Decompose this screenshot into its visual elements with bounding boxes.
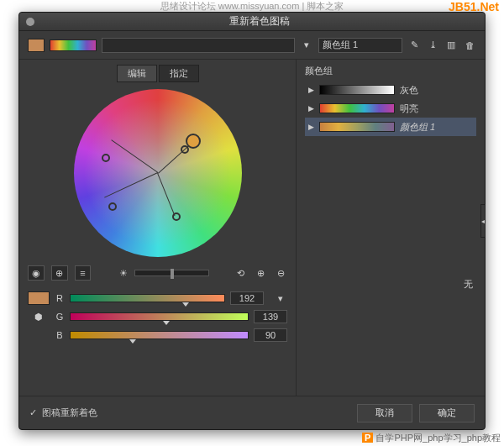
brightness-icon: ☀ xyxy=(119,268,128,279)
dialog-body: 编辑 指定 ◉ ⊕ ≡ ☀ xyxy=(19,60,485,396)
color-group-bar xyxy=(319,103,395,113)
color-groups-header: 颜色组 xyxy=(305,65,476,77)
b-value-input[interactable] xyxy=(254,328,287,342)
remove-color-icon[interactable]: ⊖ xyxy=(274,266,287,280)
wheel-controls: ◉ ⊕ ≡ ☀ ⟲ ⊕ ⊖ xyxy=(28,265,287,281)
save-group-icon[interactable]: ⤓ xyxy=(426,39,439,52)
none-label: 无 xyxy=(464,278,473,291)
color-group-item[interactable]: ▶ 颜色组 1 xyxy=(305,118,476,136)
expand-icon: ▶ xyxy=(308,104,314,113)
ok-button[interactable]: 确定 xyxy=(419,404,475,422)
b-slider[interactable] xyxy=(70,331,249,339)
folder-icon[interactable]: ▥ xyxy=(444,39,458,52)
segmented-wheel-button[interactable]: ⊕ xyxy=(51,265,68,281)
recolor-artwork-checkbox[interactable]: ✓ 图稿重新着色 xyxy=(29,407,97,419)
color-handle[interactable] xyxy=(102,154,110,162)
color-group-label: 明亮 xyxy=(400,102,418,115)
rgb-row-g: ⬢ G xyxy=(28,307,287,326)
color-group-label: 灰色 xyxy=(400,84,418,97)
r-value-input[interactable] xyxy=(230,291,264,305)
link-harmony-icon[interactable]: ⟲ xyxy=(234,266,248,280)
color-group-item[interactable]: ▶ 明亮 xyxy=(305,99,476,118)
color-handle[interactable] xyxy=(181,145,189,154)
watermark-jb51: JB51.Net xyxy=(449,0,499,13)
tab-assign[interactable]: 指定 xyxy=(159,65,199,82)
smooth-wheel-button[interactable]: ◉ xyxy=(28,265,45,281)
watermark-bottom: P自学PHP网_php学习_php教程 xyxy=(362,432,501,444)
dialog-footer: ✓ 图稿重新着色 取消 确定 xyxy=(19,396,485,429)
dialog-titlebar: 重新着色图稿 xyxy=(19,13,485,31)
expand-icon: ▶ xyxy=(308,123,314,131)
rgb-row-r: R ▾ xyxy=(28,289,287,307)
g-label: G xyxy=(55,312,65,322)
r-slider[interactable] xyxy=(70,294,225,302)
left-panel: 编辑 指定 ◉ ⊕ ≡ ☀ xyxy=(19,60,297,396)
rgb-sliders: R ▾ ⬢ G B xyxy=(28,289,287,344)
artwork-colors-bar[interactable] xyxy=(50,39,97,51)
color-group-label: 颜色组 1 xyxy=(400,121,435,134)
check-icon: ✓ xyxy=(29,407,37,418)
color-handle[interactable] xyxy=(108,202,117,211)
active-color-swatch[interactable] xyxy=(28,291,50,305)
r-label: R xyxy=(55,293,65,303)
color-group-bar xyxy=(319,85,395,95)
colorspace-menu-icon[interactable]: ▾ xyxy=(274,291,287,305)
color-group-name-input[interactable] xyxy=(318,38,402,53)
top-toolbar: ▾ ✎ ⤓ ▥ 🗑 xyxy=(19,31,485,60)
trash-icon[interactable]: 🗑 xyxy=(463,39,476,52)
tab-edit[interactable]: 编辑 xyxy=(117,65,157,82)
expand-icon: ▶ xyxy=(308,86,314,94)
eyedropper-icon[interactable]: ✎ xyxy=(407,39,421,52)
current-swatch[interactable] xyxy=(28,39,45,52)
b-label: B xyxy=(55,330,65,340)
add-color-icon[interactable]: ⊕ xyxy=(254,266,267,280)
dialog-title: 重新着色图稿 xyxy=(34,14,485,29)
close-icon[interactable] xyxy=(26,18,34,26)
color-groups-panel: 颜色组 ▶ 灰色 ▶ 明亮 ▶ 颜色组 1 xyxy=(297,60,485,396)
watermark-top: 思绪设计论坛 www.missyuan.com | 脚本之家 xyxy=(0,0,504,13)
gamut-warning-icon: ⬢ xyxy=(28,310,50,323)
rgb-row-b: B xyxy=(28,326,287,344)
artwork-name-input[interactable] xyxy=(102,38,295,53)
color-handle[interactable] xyxy=(172,213,181,221)
checkbox-label: 图稿重新着色 xyxy=(42,407,97,419)
g-value-input[interactable] xyxy=(254,310,287,323)
g-slider[interactable] xyxy=(70,312,249,321)
color-wheel[interactable] xyxy=(74,89,242,257)
color-group-bar xyxy=(319,122,395,132)
cancel-button[interactable]: 取消 xyxy=(357,404,412,422)
preset-dropdown-icon[interactable]: ▾ xyxy=(300,39,313,52)
panel-collapse-handle[interactable]: ◂ xyxy=(480,204,486,238)
color-bars-button[interactable]: ≡ xyxy=(75,265,92,281)
mode-tabs: 编辑 指定 xyxy=(117,65,199,82)
recolor-artwork-dialog: 重新着色图稿 ▾ ✎ ⤓ ▥ 🗑 编辑 指定 xyxy=(18,12,486,430)
brightness-slider[interactable] xyxy=(134,270,209,276)
color-group-item[interactable]: ▶ 灰色 xyxy=(305,81,476,99)
